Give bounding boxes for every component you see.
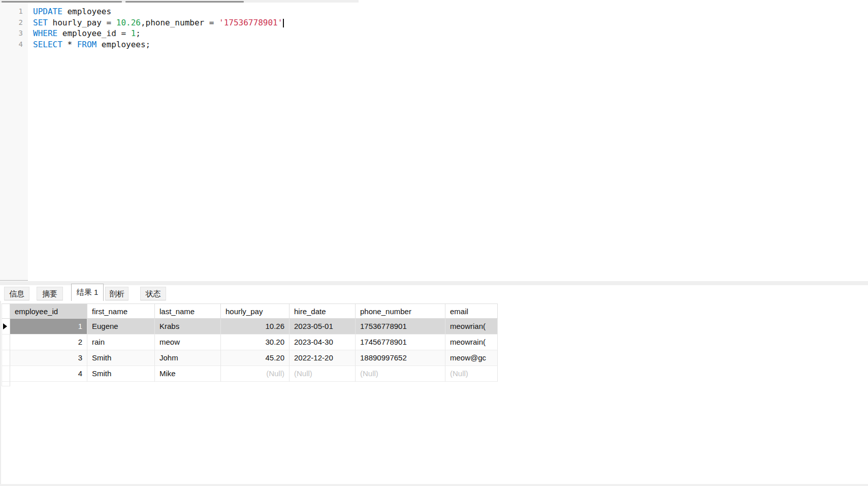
cell-employee_id[interactable]: 4: [10, 366, 87, 382]
results-tab-2[interactable]: 摘要: [37, 287, 63, 300]
row-marker-cell[interactable]: [2, 319, 10, 335]
cell-email[interactable]: meowrian(: [445, 319, 498, 335]
cell-last_name[interactable]: Mike: [155, 366, 221, 382]
sql-token-kw: WHERE: [33, 28, 57, 38]
row-marker-cell[interactable]: [2, 350, 10, 366]
cell-last_name[interactable]: Johm: [155, 350, 221, 366]
editor-results-splitter[interactable]: [0, 281, 868, 285]
cell-employee_id[interactable]: 2: [10, 335, 87, 350]
sql-token-kw: SET: [33, 18, 48, 27]
cell-phone_number[interactable]: 17456778901: [356, 335, 445, 350]
sql-token-str: '17536778901': [219, 18, 282, 27]
sql-token-num: 10.26: [116, 18, 141, 27]
code-line: SELECT * FROM employees;: [33, 39, 284, 50]
cell-first_name[interactable]: Smith: [87, 366, 155, 382]
results-tab-4[interactable]: 剖析: [105, 287, 128, 300]
line-number: 3: [4, 28, 23, 39]
cell-hire_date[interactable]: 2023-05-01: [290, 319, 356, 335]
sql-token-plain: employees;: [97, 40, 150, 49]
sql-editor[interactable]: 1234 UPDATE employeesSET hourly_pay = 10…: [0, 3, 868, 281]
cell-first_name[interactable]: Smith: [87, 350, 155, 366]
cell-phone_number[interactable]: (Null): [356, 366, 445, 382]
cell-employee_id[interactable]: 3: [10, 350, 87, 366]
cell-hourly_pay[interactable]: 30.20: [221, 335, 290, 350]
column-header-email[interactable]: email: [445, 303, 498, 319]
line-number-gutter: 1234: [0, 3, 28, 281]
row-marker-cell[interactable]: [2, 335, 10, 350]
results-tab-3-active[interactable]: 结果 1: [71, 284, 104, 301]
cell-phone_number[interactable]: 17536778901: [356, 319, 445, 335]
column-header-phone_number[interactable]: phone_number: [356, 303, 445, 319]
row-marker-cell[interactable]: [2, 382, 10, 386]
cell-hourly_pay[interactable]: 10.26: [221, 319, 290, 335]
column-header-employee_id[interactable]: employee_id: [10, 303, 87, 319]
cell-hire_date[interactable]: 2022-12-20: [290, 350, 356, 366]
cell-hire_date[interactable]: (Null): [290, 366, 356, 382]
sql-token-plain: *: [62, 40, 77, 49]
cell-email[interactable]: meowrain(: [445, 335, 498, 350]
cell-last_name[interactable]: meow: [155, 335, 221, 350]
row-marker-cell[interactable]: [2, 366, 10, 382]
cell-first_name[interactable]: rain: [87, 335, 155, 350]
sql-code[interactable]: UPDATE employeesSET hourly_pay = 10.26,p…: [33, 6, 284, 50]
text-caret: [283, 19, 284, 27]
cell-last_name[interactable]: Krabs: [155, 319, 221, 335]
cell-hourly_pay[interactable]: (Null): [221, 366, 290, 382]
sql-token-plain: ,phone_number =: [141, 18, 219, 27]
cell-employee_id[interactable]: 1: [10, 319, 87, 335]
cell-hourly_pay[interactable]: 45.20: [221, 350, 290, 366]
cell-hire_date[interactable]: 2023-04-30: [290, 335, 356, 350]
results-tab-bar: 信息摘要结果 1剖析状态: [0, 285, 868, 301]
cell-phone_number[interactable]: 18890997652: [356, 350, 445, 366]
cell-email[interactable]: meow@gc: [445, 350, 498, 366]
code-line: UPDATE employees: [33, 6, 284, 17]
column-header-hourly_pay[interactable]: hourly_pay: [221, 303, 290, 319]
line-number: 1: [4, 6, 23, 17]
cell-first_name[interactable]: Eugene: [87, 319, 155, 335]
sql-token-num: 1: [131, 28, 136, 38]
column-header-first_name[interactable]: first_name: [87, 303, 155, 319]
column-header-hire_date[interactable]: hire_date: [290, 303, 356, 319]
line-number: 2: [4, 17, 23, 28]
sql-token-plain: hourly_pay =: [48, 18, 116, 27]
results-tab-1[interactable]: 信息: [4, 287, 29, 300]
code-line: SET hourly_pay = 10.26,phone_number = '1…: [33, 17, 284, 28]
window-bottom-edge: [0, 484, 868, 486]
sql-token-kw: UPDATE: [33, 7, 62, 16]
line-number: 4: [4, 39, 23, 50]
results-tab-5[interactable]: 状态: [140, 287, 166, 300]
sql-token-plain: employees: [62, 7, 111, 16]
sql-token-plain: employee_id =: [57, 28, 131, 38]
cell-email[interactable]: (Null): [445, 366, 498, 382]
sql-token-kw: FROM: [77, 40, 97, 49]
sql-token-plain: ;: [136, 28, 141, 38]
header-corner-cell[interactable]: [2, 303, 10, 319]
code-line: WHERE employee_id = 1;: [33, 28, 284, 39]
column-header-last_name[interactable]: last_name: [155, 303, 221, 319]
sql-token-kw: SELECT: [33, 40, 62, 49]
current-row-arrow-icon: [3, 323, 7, 329]
